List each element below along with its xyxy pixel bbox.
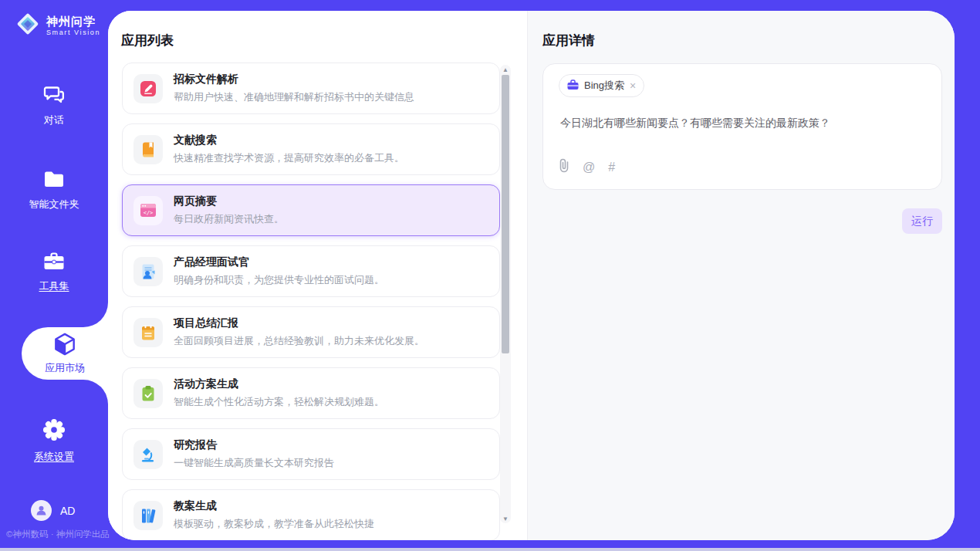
- sidebar-item-label: 系统设置: [34, 450, 74, 464]
- app-detail-title: 应用详情: [542, 32, 595, 49]
- app-card-title: 教案生成: [174, 499, 374, 513]
- app-card-literature-search[interactable]: 文献搜索 快速精准查找学术资源，提高研究效率的必备工具。: [122, 123, 500, 175]
- sidebar-item-label: 工具集: [39, 279, 69, 293]
- app-card-event-plan[interactable]: 活动方案生成 智能生成个性化活动方案，轻松解决规划难题。: [122, 367, 500, 419]
- run-button[interactable]: 运行: [902, 208, 942, 234]
- toolbox-icon: [43, 252, 65, 273]
- app-card-desc: 一键智能生成高质量长文本研究报告: [174, 456, 334, 470]
- tool-tag-bing-search[interactable]: Bing搜索 ×: [559, 74, 644, 97]
- tab-curve-top: [83, 303, 108, 327]
- bottom-edge-line: [0, 548, 980, 551]
- sidebar: 神州问学 Smart Vision 对话 智能文件夹: [0, 0, 108, 548]
- interviewer-icon: [133, 257, 163, 286]
- diamond-logo-icon: [14, 10, 42, 41]
- sidebar-item-label: 应用市场: [45, 361, 85, 375]
- app-card-desc: 每日政府新闻资讯快查。: [174, 212, 284, 226]
- app-card-desc: 智能生成个性化活动方案，轻松解决规划难题。: [174, 395, 384, 409]
- app-card-desc: 全面回顾项目进展，总结经验教训，助力未来优化发展。: [174, 334, 424, 348]
- copyright-footer: ©神州数码 · 神州问学出品: [6, 529, 110, 540]
- clipboard-check-icon: [133, 379, 163, 408]
- app-card-bid-parse[interactable]: 招标文件解析 帮助用户快速、准确地理解和解析招标书中的关键信息: [122, 63, 500, 114]
- app-card-web-summary[interactable]: </> 网页摘要 每日政府新闻资讯快查。: [122, 184, 500, 236]
- prompt-text[interactable]: 今日湖北有哪些新闻要点？有哪些需要关注的最新政策？: [560, 117, 928, 130]
- close-icon[interactable]: ×: [630, 80, 636, 91]
- prompt-input-card[interactable]: Bing搜索 × 今日湖北有哪些新闻要点？有哪些需要关注的最新政策？ @ #: [542, 63, 942, 190]
- scroll-up-arrow-icon[interactable]: ▲: [500, 65, 511, 74]
- app-card-research-report[interactable]: 研究报告 一键智能生成高质量长文本研究报告: [122, 428, 500, 480]
- scroll-down-arrow-icon[interactable]: ▼: [500, 514, 511, 523]
- app-detail-section: 应用详情 Bing搜索 × 今日湖北有哪些新闻要点？有哪些需要关注的最新政策？: [527, 11, 955, 540]
- brand-logo: 神州问学 Smart Vision: [14, 10, 100, 41]
- user-initials: AD: [60, 505, 75, 517]
- app-list-title: 应用列表: [121, 32, 174, 49]
- avatar: [31, 500, 52, 521]
- sidebar-item-app-market[interactable]: 应用市场: [22, 327, 108, 380]
- paperclip-icon[interactable]: [559, 158, 569, 176]
- app-card-pm-interviewer[interactable]: 产品经理面试官 明确身份和职责，为您提供专业性的面试问题。: [122, 245, 500, 297]
- cube-icon: [54, 333, 76, 358]
- app-card-list: 招标文件解析 帮助用户快速、准确地理解和解析招标书中的关键信息 文献搜索 快速精…: [122, 63, 500, 540]
- app-card-title: 研究报告: [174, 438, 334, 452]
- hash-icon[interactable]: #: [608, 161, 615, 174]
- notepad-icon: [133, 318, 163, 347]
- app-card-title: 文献搜索: [174, 134, 404, 147]
- app-card-desc: 快速精准查找学术资源，提高研究效率的必备工具。: [174, 151, 404, 165]
- books-icon: [133, 501, 163, 530]
- sidebar-item-chat[interactable]: 对话: [0, 85, 108, 127]
- app-card-desc: 明确身份和职责，为您提供专业性的面试问题。: [174, 273, 384, 287]
- chat-icon: [43, 85, 65, 107]
- folder-icon: [43, 171, 65, 191]
- app-card-project-summary[interactable]: 项目总结汇报 全面回顾项目进展，总结经验教训，助力未来优化发展。: [122, 306, 500, 358]
- sidebar-item-smart-folder[interactable]: 智能文件夹: [0, 171, 108, 211]
- scrollbar-thumb[interactable]: [502, 75, 509, 353]
- sidebar-item-settings[interactable]: 系统设置: [0, 418, 108, 464]
- sidebar-item-toolset[interactable]: 工具集: [0, 252, 108, 293]
- list-scrollbar[interactable]: ▲ ▼: [500, 65, 511, 523]
- app-card-desc: 帮助用户快速、准确地理解和解析招标书中的关键信息: [174, 90, 414, 104]
- brand-tagline: Smart Vision: [46, 29, 100, 36]
- brand-name: 神州问学: [46, 15, 100, 28]
- app-card-title: 活动方案生成: [174, 377, 384, 391]
- app-card-title: 产品经理面试官: [174, 255, 384, 269]
- microscope-icon: [133, 440, 163, 469]
- book-icon: [133, 135, 163, 164]
- app-card-lesson-plan[interactable]: 教案生成 模板驱动，教案秒成，教学准备从此轻松快捷: [122, 489, 500, 540]
- attachment-toolbar: @ #: [559, 158, 615, 176]
- sidebar-item-label: 智能文件夹: [29, 198, 79, 211]
- sidebar-item-label: 对话: [44, 113, 64, 127]
- app-card-title: 网页摘要: [174, 194, 284, 208]
- edit-square-icon: [133, 74, 163, 103]
- app-card-title: 项目总结汇报: [174, 316, 424, 330]
- briefcase-icon: [567, 79, 579, 93]
- tab-curve-bottom: [83, 380, 108, 404]
- at-sign-icon[interactable]: @: [583, 161, 595, 174]
- app-card-title: 招标文件解析: [174, 73, 414, 86]
- svg-text:</>: </>: [144, 210, 154, 216]
- main-panel: 应用列表 招标文件解析 帮助用户快速、准确地理解和解析招标书中的关键信息: [108, 11, 955, 540]
- app-list-section: 应用列表 招标文件解析 帮助用户快速、准确地理解和解析招标书中的关键信息: [108, 11, 527, 540]
- app-card-desc: 模板驱动，教案秒成，教学准备从此轻松快捷: [174, 517, 374, 531]
- tool-tag-label: Bing搜索: [584, 79, 624, 93]
- browser-code-icon: </>: [133, 196, 163, 225]
- user-account[interactable]: AD: [31, 500, 75, 521]
- gear-icon: [42, 418, 66, 444]
